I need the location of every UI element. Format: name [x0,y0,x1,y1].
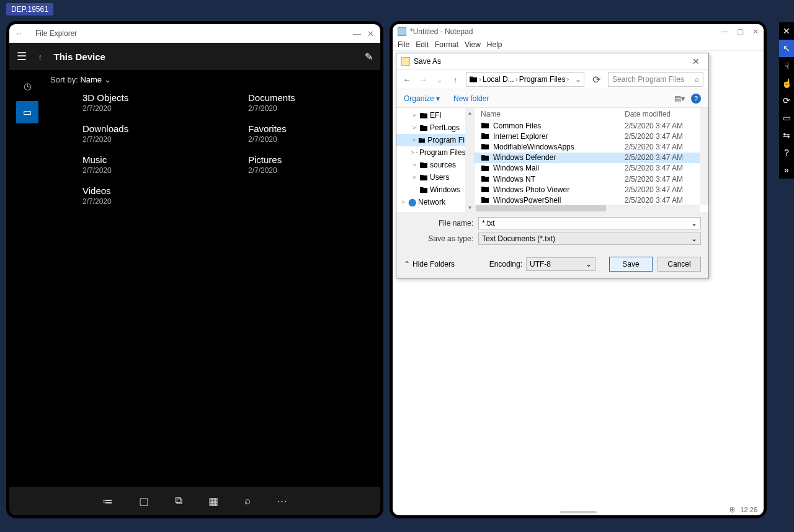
paste-icon[interactable]: ⧉ [175,495,182,507]
tree-scrollbar[interactable]: ▴▾ [465,108,474,212]
tool-hand-icon[interactable]: ☟ [779,57,794,74]
file-row[interactable]: Windows Defender2/5/2020 3:47 AM [475,153,708,163]
search-icon[interactable]: ⌕ [244,495,251,507]
list-scrollbar[interactable] [700,108,708,205]
folder-item[interactable]: Videos2/7/2020 [49,185,208,206]
help-icon[interactable]: ? [691,94,701,104]
tool-swap-icon[interactable]: ⇆ [779,126,794,144]
cancel-button[interactable]: Cancel [658,257,701,272]
file-name: Internet Explorer [493,132,548,141]
breadcrumb[interactable]: › Local D... › Program Files › ⌄ [466,72,584,87]
list-icon[interactable]: ≔ [102,495,113,508]
folder-item[interactable]: Downloads2/7/2020 [49,123,208,144]
expand-icon[interactable]: > [411,162,417,168]
file-list[interactable]: Name Date modified Common Files2/5/2020 … [475,108,708,212]
file-name: Windows Mail [493,164,539,172]
tree-label: PerfLogs [430,123,460,132]
window-titlebar[interactable]: ← File Explorer — ✕ [9,24,380,43]
tree-item[interactable]: >Users [396,171,474,184]
folder-icon [481,143,489,150]
chevron-down-icon[interactable]: ⌄ [575,75,581,84]
recent-icon[interactable]: ◷ [16,75,38,97]
file-row[interactable]: ModifiableWindowsApps2/5/2020 3:47 AM [475,141,708,152]
view-options-icon[interactable]: ▤▾ [674,94,685,103]
file-row[interactable]: Windows Photo Viewer2/5/2020 3:47 AM [475,184,708,195]
tool-more-icon[interactable]: » [779,161,794,179]
close-button[interactable]: ✕ [367,29,374,38]
tree-item[interactable]: >⬤Network [396,196,474,208]
filetype-select[interactable]: Text Documents (*.txt)⌄ [478,233,701,245]
file-row[interactable]: WindowsPowerShell2/5/2020 3:47 AM [475,195,708,205]
menu-item[interactable]: Help [487,40,502,49]
notepad-titlebar[interactable]: *Untitled - Notepad — ▢ ✕ [393,24,764,38]
expand-icon[interactable]: > [411,149,414,156]
expand-icon[interactable]: > [400,199,406,205]
hide-folders-toggle[interactable]: ⌃ Hide Folders [404,260,455,268]
new-folder-button[interactable]: New folder [453,94,489,103]
up-arrow-icon[interactable]: ↑ [38,51,43,62]
expand-icon[interactable]: > [411,174,417,180]
file-row[interactable]: Windows NT2/5/2020 3:47 AM [475,174,708,184]
nav-up-icon[interactable]: ↑ [450,75,461,84]
tool-save-icon[interactable]: ▭ [779,109,794,126]
search-input[interactable]: Search Program Files ⌕ [608,72,703,87]
folder-icon [481,154,489,161]
menu-item[interactable]: Format [435,40,458,49]
tool-refresh-icon[interactable]: ⟳ [779,92,794,109]
folder-tree[interactable]: >EFI>PerfLogs>Program Files>Program File… [396,108,475,212]
close-icon[interactable]: ✕ [689,56,703,66]
tree-item[interactable]: >EFI [396,109,474,122]
file-row[interactable]: Common Files2/5/2020 3:47 AM [475,120,708,131]
maximize-button[interactable]: ▢ [737,27,744,36]
col-date[interactable]: Date modified [625,110,671,118]
col-name[interactable]: Name [481,110,625,118]
this-device-icon[interactable]: ▭ [16,101,38,123]
dialog-titlebar[interactable]: Save As ✕ [396,53,708,69]
folder-item[interactable]: Pictures2/7/2020 [215,154,374,175]
expand-icon[interactable]: > [411,125,417,131]
breadcrumb-item[interactable]: Local D... [483,75,514,84]
tree-item[interactable]: >PerfLogs [396,122,474,134]
menu-item[interactable]: Edit [416,40,429,49]
expand-icon[interactable]: > [411,112,417,118]
folder-item[interactable]: 3D Objects2/7/2020 [49,92,208,113]
nav-history-icon[interactable]: ⌄ [434,75,445,84]
menu-item[interactable]: File [398,40,409,49]
save-button[interactable]: Save [609,257,653,272]
close-button[interactable]: ✕ [752,27,759,36]
tree-item[interactable]: >sources [396,159,474,171]
tree-item[interactable]: >Program Files [396,134,474,146]
edit-icon[interactable]: ✎ [365,51,373,63]
tree-item[interactable]: Windows [396,184,474,196]
hamburger-icon[interactable]: ☰ [17,50,27,63]
tool-point-icon[interactable]: ☝ [779,74,794,92]
tree-item[interactable]: >Program Files (x [396,146,474,159]
window-handle[interactable] [560,511,597,513]
folder-item[interactable]: Music2/7/2020 [49,154,208,175]
file-row[interactable]: Windows Mail2/5/2020 3:47 AM [475,163,708,174]
tool-help-icon[interactable]: ? [779,144,794,161]
encoding-select[interactable]: UTF-8⌄ [526,257,596,271]
new-folder-icon[interactable]: ▢ [139,495,149,508]
tool-cursor-icon[interactable]: ↖ [779,40,794,57]
folder-item[interactable]: Documents2/7/2020 [215,92,374,113]
breadcrumb-item[interactable]: Program Files [519,75,566,84]
refresh-icon[interactable]: ⟳ [589,74,603,86]
more-icon[interactable]: ⋯ [277,495,287,508]
expand-icon[interactable]: > [411,137,416,143]
folder-item[interactable]: Favorites2/7/2020 [215,123,374,144]
grid-view-icon[interactable]: ▦ [208,495,218,508]
menu-item[interactable]: View [465,40,481,49]
sort-row[interactable]: Sort by: Name ⌄ [45,75,374,84]
list-hscrollbar[interactable] [475,205,700,212]
filename-input[interactable]: *.txt⌄ [478,217,701,229]
tool-close-icon[interactable]: ✕ [779,22,794,40]
organize-button[interactable]: Organize ▾ [404,94,440,103]
back-icon[interactable]: ← [16,29,23,38]
file-row[interactable]: Internet Explorer2/5/2020 3:47 AM [475,131,708,141]
minimize-button[interactable]: — [721,27,728,36]
column-headers[interactable]: Name Date modified [475,108,708,120]
nav-back-icon[interactable]: ← [401,75,413,84]
search-icon: ⌕ [695,75,699,84]
minimize-button[interactable]: — [353,29,361,38]
